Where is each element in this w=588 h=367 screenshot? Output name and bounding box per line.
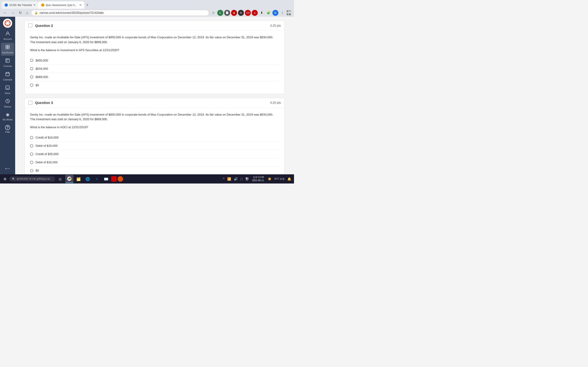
q2-answer-2[interactable]: $834,000 — [30, 65, 279, 73]
start-button[interactable]: ⊞ — [2, 176, 8, 182]
ext-icon-6[interactable]: ● — [252, 10, 258, 16]
q3-answer-3[interactable]: Credit of $35,000 — [30, 150, 279, 158]
svg-rect-9 — [8, 45, 9, 47]
taskbar-app-mail[interactable]: ✉️ — [102, 175, 110, 183]
sidebar-item-mymedia[interactable]: ✺ My Media — [1, 110, 14, 123]
account-icon — [5, 31, 10, 37]
notification-icon[interactable]: 🔔 — [286, 176, 292, 182]
network-icon[interactable]: ^ — [222, 176, 225, 182]
history-icon — [5, 99, 10, 105]
menu-icon[interactable]: ⋮ — [279, 10, 285, 16]
question-2-context: Gerby Inc. made an Available-for-Sale (A… — [30, 35, 279, 45]
q2-radio-1[interactable] — [30, 59, 33, 62]
toolbar-icons: ☆ E 📄 ■ N SN ● ⬇ 🧩 G ⋮ 읽기 목록 — [210, 10, 292, 16]
q3-answer-1[interactable]: Credit of $16,000 — [30, 133, 279, 142]
dashboard-icon — [5, 44, 10, 51]
tab-title-quiz: Quiz: Assessment: Quiz #1 - Ch... — [46, 4, 78, 6]
weather-text: 30°C 맑음 — [273, 176, 285, 181]
bookmark-icon[interactable]: ☆ — [210, 10, 216, 16]
q3-radio-3[interactable] — [30, 152, 33, 156]
q3-answer-5[interactable]: $0 — [30, 166, 279, 174]
q3-radio-1[interactable] — [30, 136, 33, 139]
svg-point-1 — [7, 21, 8, 22]
svg-point-4 — [7, 25, 8, 25]
sidebar-item-help[interactable]: ? Help — [1, 123, 14, 135]
tab-favicon-quiz — [41, 3, 44, 7]
canvas-logo-icon — [4, 20, 11, 27]
question-2-checkbox[interactable] — [28, 23, 32, 27]
ext-icon-2[interactable]: 📄 — [224, 10, 230, 16]
ext-icon-3[interactable]: ■ — [231, 10, 237, 16]
wifi-icon[interactable]: 📶 — [226, 176, 232, 182]
q3-radio-2[interactable] — [30, 144, 33, 148]
ime-icon[interactable]: 한 — [244, 176, 250, 182]
sidebar-item-inbox[interactable]: Inbox — [1, 83, 14, 96]
tab-ucsd[interactable]: UCSD: My Tritonlink ✕ — [2, 1, 38, 9]
reload-button[interactable]: ↻ — [17, 10, 23, 16]
q3-answer-2[interactable]: Debit of $19,000 — [30, 142, 279, 150]
taskbar-app-red2[interactable] — [118, 176, 123, 182]
volume-icon[interactable]: 🔊 — [233, 176, 239, 182]
question-card-3: Question 3 0.25 pts Gerby Inc. made an A… — [24, 98, 285, 174]
tab-bar: UCSD: My Tritonlink ✕ Quiz: Assessment: … — [0, 0, 294, 9]
tab-close-quiz[interactable]: ✕ — [79, 3, 82, 7]
ext-icon-1[interactable]: E — [217, 10, 223, 16]
reading-list-icon[interactable]: 읽기 목록 — [286, 10, 292, 16]
sidebar-item-account[interactable]: Account — [1, 29, 14, 42]
taskbar-app-edge[interactable]: 🌐 — [84, 175, 92, 183]
new-tab-button[interactable]: + — [84, 1, 90, 9]
sidebar-mymedia-label: My Media — [2, 118, 12, 121]
svg-rect-15 — [6, 73, 9, 76]
address-bar[interactable]: 🔒 canvas.ucsd.edu/courses/28226/quizzes/… — [31, 10, 209, 16]
question-2-body: Gerby Inc. made an Available-for-Sale (A… — [25, 31, 285, 94]
svg-point-2 — [9, 22, 10, 23]
date-display: 2021-08-11 — [252, 179, 264, 182]
tab-close-ucsd[interactable]: ✕ — [33, 3, 36, 7]
sidebar-courses-label: Courses — [3, 65, 12, 67]
question-3-checkbox[interactable] — [28, 101, 32, 105]
q2-answer-1[interactable]: $850,000 — [30, 56, 279, 65]
ext-icon-7[interactable]: ⬇ — [259, 10, 265, 16]
svg-point-5 — [6, 24, 6, 25]
taskbar-time[interactable]: 오전 11:43 2021-08-11 — [250, 176, 266, 182]
home-button[interactable]: ⌂ — [25, 10, 30, 16]
q2-radio-3[interactable] — [30, 75, 33, 78]
q2-radio-4[interactable] — [30, 83, 33, 87]
question-3-title: Question 3 — [35, 101, 268, 105]
sidebar-item-courses[interactable]: Courses — [1, 56, 14, 69]
taskbar-search[interactable]: 🔍 검색하려면 여기에 입력하십시오. — [9, 176, 55, 181]
weather-icon[interactable]: ☀️ — [267, 176, 272, 182]
forward-button[interactable]: → — [10, 10, 16, 16]
q2-radio-2[interactable] — [30, 67, 33, 70]
q3-label-1: Credit of $16,000 — [36, 136, 59, 139]
inbox-icon — [5, 85, 10, 91]
ext-icon-8[interactable]: 🧩 — [266, 10, 271, 16]
canvas-logo[interactable] — [3, 19, 12, 28]
q2-answer-4[interactable]: $0 — [30, 81, 279, 89]
browser-chrome: UCSD: My Tritonlink ✕ Quiz: Assessment: … — [0, 0, 294, 17]
taskbar-app-explorer[interactable]: 🗂️ — [74, 175, 83, 183]
taskbar-app-ie[interactable]: e — [93, 175, 101, 183]
courses-icon — [5, 58, 10, 64]
back-button[interactable]: ← — [2, 10, 8, 16]
mymedia-icon: ✺ — [6, 112, 10, 118]
taskbar-app-cortana[interactable]: ◎ — [56, 175, 64, 183]
sidebar-item-history[interactable]: History — [1, 97, 14, 110]
content-area[interactable]: Question 2 0.25 pts Gerby Inc. made an A… — [15, 17, 294, 174]
q3-radio-4[interactable] — [30, 161, 33, 164]
q2-answer-3[interactable]: $869,000 — [30, 73, 279, 81]
sidebar-collapse-button[interactable]: ⟵ — [3, 165, 12, 173]
sidebar-item-calendar[interactable]: Calendar — [1, 70, 14, 83]
q2-label-1: $850,000 — [36, 59, 48, 62]
q3-answer-4[interactable]: Debit of $16,000 — [30, 158, 279, 166]
q3-radio-5[interactable] — [30, 169, 33, 172]
profile-icon[interactable]: G — [272, 10, 278, 16]
tab-quiz[interactable]: Quiz: Assessment: Quiz #1 - Ch... ✕ — [38, 1, 84, 9]
taskbar-app-chrome[interactable] — [65, 175, 73, 183]
sidebar-item-dashboard[interactable]: Dashboard — [1, 43, 14, 56]
q2-label-4: $0 — [36, 83, 39, 87]
ext-icon-5[interactable]: SN — [245, 10, 251, 16]
taskbar-app-red1[interactable] — [111, 176, 117, 182]
question-2-title: Question 2 — [35, 24, 268, 27]
ext-icon-4[interactable]: N — [238, 10, 244, 16]
